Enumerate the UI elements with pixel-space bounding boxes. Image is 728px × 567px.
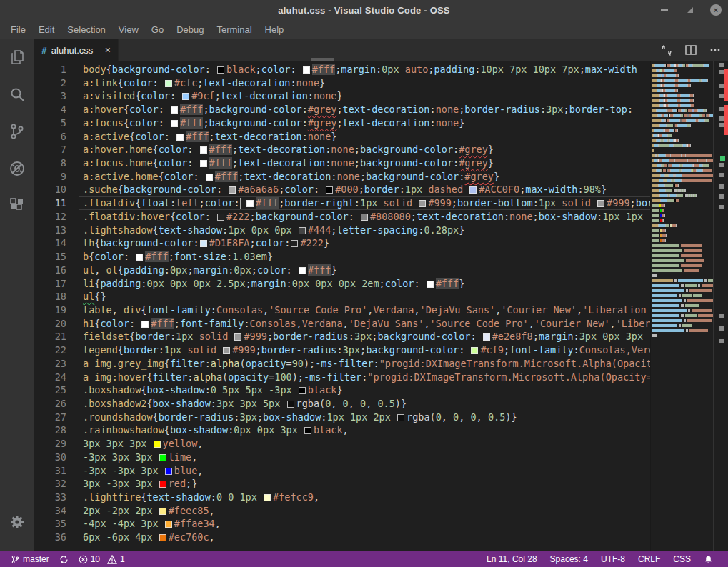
code-line[interactable]: .roundshadow{border-radius:3px;box-shado… (83, 411, 517, 424)
extensions-icon[interactable] (0, 187, 34, 224)
color-swatch[interactable] (397, 414, 404, 421)
color-swatch[interactable] (361, 214, 368, 221)
color-swatch[interactable] (287, 401, 294, 408)
menu-item-file[interactable]: File (4, 21, 32, 38)
editor-pane[interactable]: 1234567891011121314151617181920212223242… (34, 61, 650, 551)
more-actions-icon[interactable] (707, 41, 724, 59)
code-line[interactable]: legend{border:1px solid #999;border-radi… (83, 343, 650, 357)
code-line[interactable]: a:visited{color: #9cf;text-decoration:no… (83, 89, 343, 103)
color-swatch[interactable] (234, 333, 241, 341)
menu-item-view[interactable]: View (112, 21, 145, 38)
color-swatch[interactable] (303, 66, 310, 74)
code-line[interactable]: .lightshadow{text-shadow:1px 0px 0px #44… (83, 224, 464, 237)
overview-ruler-scrollbar[interactable] (713, 61, 728, 551)
code-line[interactable]: a img:hover{filter:alpha(opacity=100);-m… (83, 371, 650, 384)
color-swatch[interactable] (597, 200, 604, 207)
color-swatch[interactable] (206, 174, 213, 181)
code-line[interactable]: a img.grey_img{filter:alpha(opacity=90);… (83, 357, 650, 371)
menu-item-go[interactable]: Go (145, 21, 170, 38)
color-swatch[interactable] (171, 120, 178, 127)
code-line[interactable]: a:focus.home{color: #fff;text-decoration… (83, 156, 494, 170)
tab-scrollbar-thumb[interactable] (311, 58, 334, 61)
code-line[interactable]: .boxshadow{box-shadow:0 5px 5px -3px bla… (83, 383, 343, 397)
language-mode-indicator[interactable]: CSS (667, 551, 697, 567)
color-swatch[interactable] (299, 267, 306, 274)
color-swatch[interactable] (299, 387, 306, 394)
color-swatch[interactable] (182, 93, 189, 100)
git-branch-indicator[interactable]: master (6, 551, 54, 567)
color-swatch[interactable] (200, 240, 207, 247)
code-line[interactable]: th{background-color:#D1E8FA;color:#222} (83, 236, 329, 250)
color-swatch[interactable] (483, 333, 490, 341)
code-line[interactable]: 6px -6px 4px #ec760c, (83, 531, 215, 544)
color-swatch[interactable] (159, 454, 166, 461)
minimize-button[interactable] (658, 4, 671, 16)
color-swatch[interactable] (246, 200, 254, 207)
color-swatch[interactable] (326, 186, 333, 194)
code-line[interactable]: .floatdiv{float:left;color: #fff;border-… (83, 196, 650, 210)
code-line[interactable]: -4px -4px 3px #ffae34, (83, 517, 221, 531)
code-line[interactable]: 3px 3px 3px yellow, (83, 437, 203, 451)
code-line[interactable]: .suche{background-color: #a6a6a6;color: … (83, 183, 607, 196)
tab-close-icon[interactable]: × (105, 44, 111, 56)
code-line[interactable]: a:link{color: #cfc;text-decoration:none} (83, 76, 325, 90)
eol-indicator[interactable]: CRLF (632, 551, 667, 567)
color-swatch[interactable] (165, 468, 172, 475)
maximize-button[interactable] (684, 4, 697, 16)
sync-button[interactable] (54, 551, 74, 567)
menu-item-selection[interactable]: Selection (61, 21, 111, 38)
menu-item-help[interactable]: Help (259, 21, 291, 38)
open-changes-icon[interactable] (658, 41, 675, 59)
code-line[interactable]: 2px -2px 2px #feec85, (83, 504, 215, 518)
minimap[interactable] (650, 61, 713, 551)
code-line[interactable]: table, div{font-family:Consolas,'Source … (83, 303, 650, 317)
code-line[interactable]: .floatdiv:hover{color: #222;background-c… (83, 210, 643, 224)
color-swatch[interactable] (299, 227, 306, 234)
color-swatch[interactable] (200, 160, 207, 167)
color-swatch[interactable] (217, 214, 224, 221)
split-editor-icon[interactable] (682, 41, 699, 59)
color-swatch[interactable] (291, 240, 298, 247)
code-line[interactable]: .boxshadow2{box-shadow:3px 3px 5px rgba(… (83, 397, 407, 411)
tab-aluhut-css[interactable]: # aluhut.css × (34, 39, 119, 61)
code-line[interactable]: a:active.home{color: #fff;text-decoratio… (83, 170, 499, 184)
menu-item-edit[interactable]: Edit (32, 21, 61, 38)
color-swatch[interactable] (165, 521, 172, 528)
code-line[interactable]: a:active{color: #fff;text-decoration:non… (83, 130, 336, 144)
indentation-indicator[interactable]: Spaces: 4 (544, 551, 594, 567)
color-swatch[interactable] (165, 80, 172, 87)
color-swatch[interactable] (223, 347, 230, 354)
color-swatch[interactable] (217, 66, 224, 74)
encoding-indicator[interactable]: UTF-8 (594, 551, 632, 567)
color-swatch[interactable] (471, 347, 478, 354)
color-swatch[interactable] (304, 427, 311, 434)
code-line[interactable]: ul{} (83, 290, 106, 303)
code-line[interactable]: li{padding:0px 0px 0px 2.5px;margin:0px … (83, 277, 464, 291)
color-swatch[interactable] (141, 321, 149, 328)
code-line[interactable]: -3px -3px 3px blue, (83, 464, 203, 478)
code-line[interactable]: b{color: #fff;font-size:1.03em} (83, 250, 273, 264)
code-line[interactable]: .lightfire{text-shadow:0 0 1px #fefcc9, (83, 491, 319, 504)
color-swatch[interactable] (159, 534, 166, 541)
problems-indicator[interactable]: 10 1 (74, 551, 130, 567)
color-swatch[interactable] (154, 441, 161, 448)
color-swatch[interactable] (159, 481, 166, 488)
code-line[interactable]: body{background-color: black;color: #fff… (83, 63, 637, 76)
color-swatch[interactable] (136, 254, 143, 261)
close-button[interactable]: × (709, 4, 722, 16)
color-swatch[interactable] (229, 186, 236, 194)
settings-gear-icon[interactable] (0, 511, 34, 533)
cursor-position-indicator[interactable]: Ln 11, Col 28 (480, 551, 544, 567)
code-line[interactable]: a:focus{color: #fff;background-color:#gr… (83, 116, 464, 130)
debug-icon[interactable] (0, 150, 34, 187)
search-icon[interactable] (0, 76, 34, 113)
menu-item-terminal[interactable]: Terminal (210, 21, 258, 38)
code-line[interactable]: ul, ol{padding:0px;margin:0px;color: #ff… (83, 264, 337, 277)
color-swatch[interactable] (200, 146, 207, 154)
code-line[interactable]: -3px 3px 3px lime, (83, 451, 197, 464)
code-line[interactable]: h1{color: #fff;font-family:Consolas,Verd… (83, 317, 650, 331)
color-swatch[interactable] (427, 281, 434, 288)
color-swatch[interactable] (264, 494, 271, 501)
source-control-icon[interactable] (0, 113, 34, 150)
explorer-icon[interactable] (0, 39, 34, 76)
